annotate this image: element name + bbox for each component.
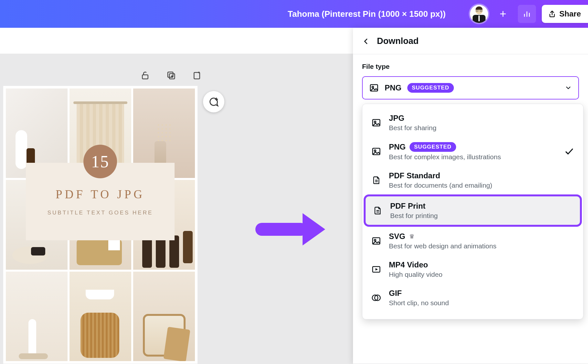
design-canvas[interactable]: 15 PDF TO JPG SUBTITLE TEXT GOES HERE [3,86,198,364]
file-type-option-svg[interactable]: SVG ♛ Best for web design and animations [364,227,581,255]
bar-chart-icon [523,10,531,18]
download-panel-body: File type PNG SUGGESTED JPG Best for sha… [353,54,588,364]
svg-rect-0 [142,75,148,79]
collage-grid: 15 PDF TO JPG SUBTITLE TEXT GOES HERE [6,88,195,361]
image-icon [371,147,381,156]
download-panel-title: Download [377,36,419,46]
add-member-button[interactable] [494,5,512,23]
file-type-label: File type [362,63,579,70]
share-label: Share [559,9,581,18]
option-desc: Best for printing [390,212,438,220]
svg-point-5 [372,86,374,88]
add-comment-button[interactable] [203,91,224,112]
lock-toggle[interactable] [140,70,151,81]
annotation-arrow [255,213,325,245]
back-icon[interactable] [362,37,370,45]
option-name: SVG ♛ [389,232,497,241]
option-desc: Best for sharing [389,124,436,132]
share-button[interactable]: Share [542,5,588,23]
image-icon [371,118,381,128]
insights-button[interactable] [518,5,536,23]
upload-icon [548,10,556,18]
option-name: PDF Standard [389,171,492,180]
suggested-badge: SUGGESTED [407,83,454,93]
collage-tile [6,272,68,361]
top-app-bar: Tahoma (Pinterest Pin (1000 × 1500 px)) … [0,0,588,28]
file-type-dropdown: JPG Best for sharing PNG SUGGESTED Best … [362,104,583,319]
file-type-select[interactable]: PNG SUGGESTED [362,76,579,99]
design-subtitle: SUBTITLE TEXT GOES HERE [48,210,153,216]
gif-icon [371,293,381,303]
check-icon [564,147,574,156]
collage-tile [69,272,131,361]
option-name: MP4 Video [389,260,443,269]
image-icon [371,236,381,246]
chevron-down-icon [565,84,572,91]
file-type-selected-name: PNG [385,83,401,92]
unlock-icon [140,70,150,80]
avatar[interactable] [470,5,488,23]
file-type-option-gif[interactable]: GIF Short clip, no sound [364,284,581,312]
title-card: 15 PDF TO JPG SUBTITLE TEXT GOES HERE [26,163,175,240]
speech-bubble-plus-icon [208,96,219,107]
download-panel: Download File type PNG SUGGESTED JPG Bes… [353,28,588,364]
option-name: JPG [389,114,436,123]
option-desc: Best for web design and animations [389,242,497,250]
file-type-option-jpg[interactable]: JPG Best for sharing [364,109,581,137]
add-page-button[interactable] [191,70,202,81]
option-name: PNG SUGGESTED [389,142,501,152]
badge-number: 15 [83,145,117,178]
duplicate-page-button[interactable] [166,70,176,81]
video-icon [371,265,381,274]
option-desc: Short clip, no sound [389,299,449,307]
topbar-right-group: Share [470,5,588,23]
file-type-option-png[interactable]: PNG SUGGESTED Best for complex images, i… [364,137,581,166]
file-type-option-pdf-standard[interactable]: PDF Standard Best for documents (and ema… [364,166,581,194]
collage-tile [133,272,195,361]
duplicate-icon [166,70,176,80]
option-desc: Best for documents (and emailing) [389,182,492,189]
svg-point-7 [374,121,376,123]
option-name: GIF [389,289,449,298]
suggested-badge: SUGGESTED [410,142,456,152]
svg-rect-3 [194,72,200,79]
canvas-mini-toolbar [140,70,202,81]
premium-crown-icon: ♛ [409,233,414,240]
file-type-option-mp4[interactable]: MP4 Video High quality video [364,255,581,284]
document-icon [373,206,382,215]
plus-icon [499,10,507,18]
option-desc: High quality video [389,271,443,278]
document-icon [372,175,381,185]
image-icon [369,83,379,93]
add-page-icon [192,70,202,80]
download-panel-header: Download [353,28,588,54]
design-title: PDF TO JPG [56,187,145,201]
svg-point-11 [374,239,376,241]
document-title[interactable]: Tahoma (Pinterest Pin (1000 × 1500 px)) [288,9,446,19]
option-desc: Best for complex images, illustrations [389,153,501,161]
file-type-option-pdf-print[interactable]: PDF Print Best for printing [366,196,580,225]
svg-point-9 [374,150,376,151]
option-name: PDF Print [390,202,438,211]
